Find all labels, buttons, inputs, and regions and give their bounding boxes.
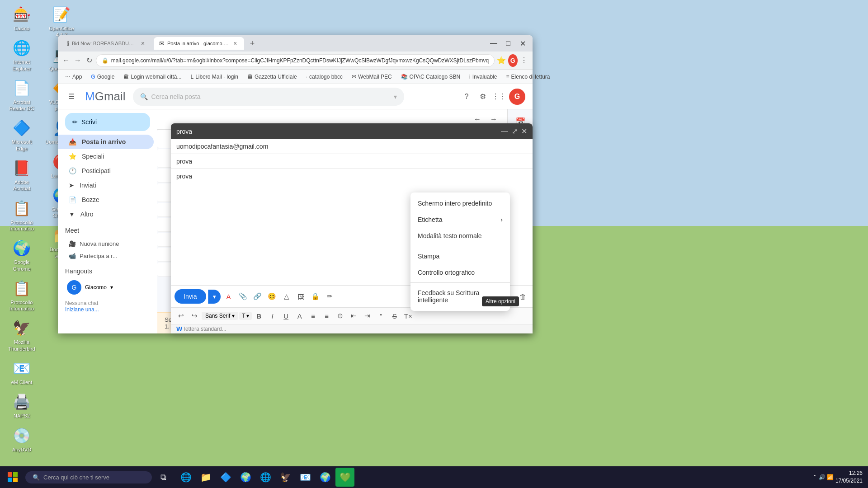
hangout-no-chat[interactable]: Nessuna chat (65, 300, 150, 306)
browser-tab-2[interactable]: ✉ Posta in arrivo - giacomo.lanzilo... × (154, 37, 244, 50)
meet-new-meeting[interactable]: 🎥 Nuova riunione (65, 238, 150, 250)
maximize-button[interactable]: □ (502, 37, 514, 50)
desktop-icon-adobe-acrobat[interactable]: 📕 Adobe Acrobat (4, 157, 40, 194)
back-button[interactable]: ← (61, 54, 71, 67)
undo-button[interactable]: ↩ (175, 310, 187, 322)
bookmark-button[interactable]: ⭐ (496, 54, 506, 67)
desktop-icon-internet-explorer[interactable]: 🌐 Internet Explorer (4, 37, 40, 74)
desktop-icon-mozilla-thunderbird[interactable]: 🦅 Mozilla Thunderbird (4, 317, 40, 354)
quote-button[interactable]: " (375, 310, 387, 322)
context-menu-schermo-intero[interactable]: Schermo intero predefinito (410, 195, 510, 211)
strikethrough-button[interactable]: S (388, 310, 401, 322)
bookmark-webmail[interactable]: 🏛 Login webmail città... (120, 73, 185, 81)
send-dropdown-button[interactable]: ▾ (208, 290, 221, 304)
numbered-list-button[interactable]: ≡ (321, 310, 333, 322)
bookmark-elenco[interactable]: ≡ Elenco di lettura (502, 73, 553, 81)
context-menu-controllo-ort[interactable]: Controllo ortografico (410, 264, 510, 281)
text-color-toolbar-button[interactable]: A (293, 310, 306, 322)
tab-1-close[interactable]: × (139, 40, 146, 47)
text-color-button[interactable]: A (222, 290, 235, 303)
bookmark-google[interactable]: G Google (87, 73, 118, 81)
start-button[interactable] (2, 466, 24, 488)
browser-tab-1[interactable]: ℹ Bid Now: BOREAS ABDUCTING C... × (61, 37, 152, 50)
apps-button[interactable]: ⋮⋮ (493, 90, 505, 103)
minimize-button[interactable]: — (487, 37, 500, 50)
taskbar-chrome2-icon[interactable]: 🌍 (316, 468, 335, 487)
menu-icon[interactable]: ☰ (65, 90, 78, 103)
link-button[interactable]: 🔗 (251, 290, 264, 303)
task-view-button[interactable]: ⧉ (154, 468, 173, 487)
sidebar-item-posticipati[interactable]: 🕐 Posticipati (58, 164, 154, 178)
desktop-icon-openoffice[interactable]: 📝 OpenOffice 4.1.7 (43, 4, 80, 40)
font-selector[interactable]: Sans Serif ▾ (202, 312, 238, 320)
compose-to-field[interactable]: uomodipocafantasia@gmail.com (171, 139, 533, 154)
bookmark-catalogo[interactable]: · catalogo bbcc (302, 73, 346, 81)
bookmark-app[interactable]: ⋯ App (61, 73, 85, 81)
desktop-icon-em-client[interactable]: 📧 eM Client (4, 357, 40, 387)
attach-button[interactable]: 📎 (237, 290, 250, 303)
bookmark-webmail-pec[interactable]: ✉ WebMail PEC (348, 73, 395, 81)
address-bar[interactable]: 🔒 mail.google.com/mail/u/0/?tab=rm&ogbl#… (96, 54, 495, 67)
send-button[interactable]: Invia (175, 289, 206, 304)
indent-left-button[interactable]: ⇤ (348, 310, 360, 322)
remove-format-button[interactable]: T× (402, 310, 415, 322)
close-button[interactable]: ✕ (516, 37, 529, 50)
photo-button[interactable]: 🖼 (295, 290, 307, 303)
user-avatar[interactable]: G (509, 89, 525, 105)
compose-expand-button[interactable]: ⤢ (512, 127, 518, 136)
compose-subject-field[interactable]: prova (171, 154, 533, 169)
taskbar-search-bar[interactable]: 🔍 Cerca qui ciò che ti serve (25, 471, 152, 483)
gmail-search-bar[interactable]: 🔍 Cerca nella posta ▾ (133, 88, 404, 106)
tab-2-close[interactable]: × (231, 40, 239, 47)
taskbar-thunderbird-icon[interactable]: 🦅 (276, 468, 295, 487)
context-menu-stampa[interactable]: Stampa (410, 248, 510, 264)
sidebar-item-bozze[interactable]: 📄 Bozze (58, 192, 154, 207)
emoji-button[interactable]: 😊 (266, 290, 278, 303)
help-button[interactable]: ? (460, 90, 473, 103)
align-button[interactable]: ≡ (307, 310, 320, 322)
taskbar-ie2-icon[interactable]: 🌐 (256, 468, 275, 487)
lock-button[interactable]: 🔒 (309, 290, 322, 303)
font-size-selector[interactable]: T ▾ (239, 312, 251, 320)
desktop-icon-google-chrome[interactable]: 🌍 Google Chrome (4, 237, 40, 274)
more-button[interactable]: ⋮ (519, 54, 529, 67)
desktop-icon-casino[interactable]: 🎰 Casino (4, 4, 40, 33)
bookmark-opac[interactable]: 📚 OPAC Catalogo SBN (397, 73, 464, 81)
new-tab-button[interactable]: + (246, 37, 259, 50)
desktop-icon-anydvd[interactable]: 💿 AnyDVD (4, 425, 40, 455)
context-menu-modalita-testo[interactable]: Modalità testo normale (410, 228, 510, 244)
taskbar-edge-icon[interactable]: 🔷 (216, 468, 235, 487)
meet-join[interactable]: 📹 Partecipa a r... (65, 250, 150, 262)
bookmark-gazzetta[interactable]: 🏛 Gazzetta Ufficiale (244, 73, 301, 81)
sidebar-item-posta-arrivo[interactable]: 📥 Posta in arrivo (58, 135, 154, 149)
context-menu-etichetta[interactable]: Etichetta › (410, 211, 510, 228)
reload-button[interactable]: ↻ (84, 54, 94, 67)
compose-minimize-button[interactable]: — (501, 127, 508, 136)
forward-button[interactable]: → (73, 54, 82, 67)
compose-button[interactable]: ✏ Scrivi (65, 113, 150, 131)
desktop-icon-acrobat-reader-dc[interactable]: 📄 Acrobat Reader DC (4, 77, 40, 114)
bookmark-libero[interactable]: L Libero Mail - login (187, 73, 241, 81)
redo-button[interactable]: ↪ (188, 310, 201, 322)
desktop-icon-microsoft-edge[interactable]: 🔷 Microsoft Edge (4, 117, 40, 154)
taskbar-app2-icon[interactable]: 💚 (335, 468, 354, 487)
sidebar-item-altro[interactable]: ▼ Altro (58, 207, 154, 221)
sign-button[interactable]: ✏ (324, 290, 336, 303)
taskbar-email-icon[interactable]: 📧 (296, 468, 315, 487)
taskbar-ie-icon[interactable]: 🌐 (176, 468, 195, 487)
italic-button[interactable]: I (266, 310, 279, 322)
underline-button[interactable]: U (280, 310, 292, 322)
taskbar-chrome-icon[interactable]: 🌍 (236, 468, 255, 487)
bold-button[interactable]: B (253, 310, 265, 322)
sidebar-item-inviati[interactable]: ➤ Inviati (58, 178, 154, 192)
bookmark-invaluable[interactable]: i Invaluable (466, 73, 500, 81)
taskbar-file-explorer-icon[interactable]: 📁 (196, 468, 215, 487)
bullet-list-button[interactable]: ⊙ (334, 310, 347, 322)
drive-button[interactable]: △ (280, 290, 293, 303)
account-button[interactable]: G (508, 54, 518, 67)
settings-button[interactable]: ⚙ (476, 90, 489, 103)
sidebar-item-speciali[interactable]: ⭐ Speciali (58, 149, 154, 164)
indent-right-button[interactable]: ⇥ (361, 310, 374, 322)
compose-close-button[interactable]: ✕ (521, 127, 527, 136)
desktop-icon-protocollo-info[interactable]: 📋 Protocollo Informatico (4, 197, 40, 234)
